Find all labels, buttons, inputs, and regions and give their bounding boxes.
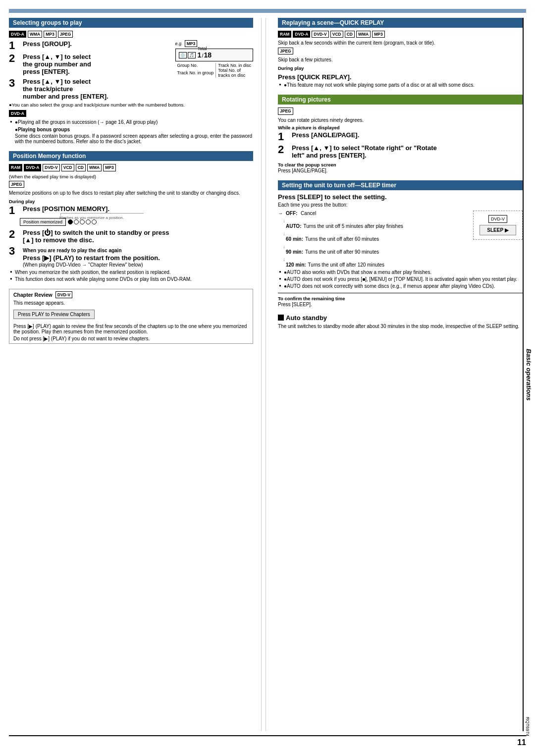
badge-mp3-2: MP3 — [103, 164, 115, 171]
min120-label: 120 min: — [286, 262, 306, 268]
dvdv-badge: DVD-V — [488, 215, 507, 223]
badge-vcd: VCD — [61, 164, 74, 171]
chapter-review-title: Chapter Review — [13, 292, 53, 298]
badge-jpeg: JPEG — [58, 31, 73, 38]
badge-wma-3: WMA — [356, 31, 371, 38]
badge-mp3: MP3 — [44, 31, 56, 38]
min60-label: 60 min: — [286, 236, 303, 242]
min120-desc: Turns the unit off after 120 minutes — [308, 262, 385, 268]
auto-standby-title-row: Auto standby — [278, 314, 523, 322]
page-number: 11 — [517, 738, 526, 747]
to-clear-desc: Press [ANGLE/PAGE]. — [278, 168, 523, 173]
page-footer: 11 — [9, 735, 526, 747]
to-confirm-block: To confirm the remaining time Press [SLE… — [278, 293, 523, 307]
quick-replay-section: Replaying a scene—QUICK REPLAY RAM DVD-A… — [278, 18, 523, 88]
selecting-groups-section: Selecting groups to play DVD-A WMA MP3 J… — [9, 18, 253, 144]
pm-step3-sub: (When playing DVD-Video → "Chapter Revie… — [23, 262, 143, 268]
dvda-section: DVD-A ●Playing all the groups in success… — [9, 110, 253, 144]
pm-bullet2: This function does not work while playin… — [15, 276, 253, 282]
top-bar — [9, 9, 526, 13]
sleep-instruction: Press [SLEEP] to select the setting. — [278, 193, 387, 201]
display-slash: / — [202, 53, 203, 58]
badge-mp3-3: MP3 — [372, 31, 384, 38]
chapter-review-desc1: Press [▶] (PLAY) again to review the fir… — [13, 324, 249, 334]
sleep-timer-section: Setting the unit to turn off—SLEEP timer… — [278, 180, 523, 307]
rotating-desc: You can rotate pictures ninety degrees. — [278, 117, 523, 123]
chapter-review-section: Chapter Review DVD-V This message appear… — [9, 289, 253, 344]
eg-mp3-badge: MP3 — [185, 40, 197, 47]
left-column: Selecting groups to play DVD-A WMA MP3 J… — [9, 18, 262, 731]
sleep-badge: SLEEP ▶ — [480, 225, 516, 235]
play-preview-button: Press PLAY to Preview Chapters — [13, 310, 95, 319]
position-memory-header: Position Memory function — [9, 151, 253, 161]
quick-replay-title: Press [QUICK REPLAY]. — [278, 73, 523, 81]
badge-ram-2: RAM — [278, 31, 291, 38]
off-desc: Cancel — [301, 211, 316, 216]
diagram-note: ┌───────────────────────────── Flashes a… — [59, 211, 144, 220]
badge-dvda-4: DVD-A — [293, 31, 310, 38]
dot-empty3 — [86, 219, 91, 224]
badge-cd: CD — [76, 164, 86, 171]
track-icon: 🎵 — [188, 52, 196, 58]
sleep-bullet2: ●AUTO does not work if you press [■], [M… — [284, 276, 523, 282]
badge-dvdv-2: DVD-V — [55, 291, 72, 298]
pm-step2: 2 Press [⏻] to switch the unit to standb… — [9, 229, 253, 244]
selecting-groups-badges: DVD-A WMA MP3 JPEG — [9, 31, 253, 38]
bonus-groups-heading: ●Playing bonus groups — [15, 127, 253, 132]
selecting-groups-header: Selecting groups to play — [9, 18, 253, 28]
quick-replay-during-play: During play — [278, 65, 523, 71]
badge-jpeg-2: JPEG — [9, 181, 24, 188]
to-clear-label: To clear the popup screen — [278, 162, 523, 167]
position-memory-section: Position Memory function RAM DVD-A DVD-V… — [9, 151, 253, 281]
dvda-bullet1: ●Playing all the groups in succession (→… — [15, 119, 253, 125]
dot-empty4 — [92, 219, 97, 224]
off-label: OFF: — [286, 211, 297, 216]
black-square-icon — [278, 315, 284, 321]
badge-wma2: WMA — [87, 164, 102, 171]
badge-jpeg-3: JPEG — [278, 48, 293, 54]
badge-cd-2: CD — [345, 31, 355, 38]
chapter-review-desc2: Do not press [▶] (PLAY) if you do not wa… — [13, 336, 249, 341]
badge-vcd-2: VCD — [330, 31, 343, 38]
position-memory-desc: Memorize positions on up to five discs t… — [9, 190, 253, 196]
badge-jpeg-4: JPEG — [278, 108, 293, 114]
quick-replay-desc: Skip back a few seconds within the curre… — [278, 40, 523, 46]
dot-empty1 — [74, 219, 79, 224]
column-divider — [266, 18, 266, 731]
badge-dvdv-3: DVD-V — [312, 31, 328, 38]
sleep-bullet3: ●AUTO does not work correctly with some … — [284, 283, 523, 289]
badge-dvda-3: DVD-A — [24, 164, 41, 171]
auto-desc: Turns the unit off 5 minutes after play … — [303, 223, 403, 229]
eg-display: e.g. MP3 💿 🎵 Total 1 — [175, 40, 253, 78]
arrow-right-icon: → — [278, 211, 283, 216]
badge-wma: WMA — [28, 31, 42, 38]
to-confirm-desc: Press [SLEEP]. — [278, 302, 523, 307]
during-play-label: During play — [9, 199, 253, 204]
while-displayed-label: While a picture is displayed — [278, 125, 523, 130]
sleep-bullet1: ●AUTO also works with DVDs that show a m… — [284, 270, 523, 275]
step-3: 3 Press [▲, ▼] to select the track/pictu… — [9, 78, 253, 100]
badge-dvda: DVD-A — [9, 31, 26, 38]
chapter-review-msg: This message appears. — [13, 300, 249, 306]
to-confirm-label: To confirm the remaining time — [278, 296, 523, 301]
min90-desc: Turns the unit off after 90 minutes — [305, 249, 379, 255]
min60-desc: Turns the unit off after 60 minutes — [305, 236, 379, 242]
to-clear-block: To clear the popup screen Press [ANGLE/P… — [278, 162, 523, 173]
rotating-pictures-header: Rotating pictures — [278, 95, 523, 105]
disc-icon: 💿 — [179, 52, 187, 58]
display-num2: 18 — [204, 51, 212, 59]
step-2: 2 Press [▲, ▼] to select the group numbe… — [9, 53, 170, 75]
min90-label: 90 min: — [286, 249, 303, 255]
quick-replay-badges: RAM DVD-A DVD-V VCD CD WMA MP3 — [278, 31, 523, 38]
quick-replay-note: ●This feature may not work while playing… — [284, 82, 523, 88]
sleep-sub-instruction: Each time you press the button: — [278, 202, 523, 208]
right-column: Replaying a scene—QUICK REPLAY RAM DVD-A… — [270, 18, 523, 731]
pm-bullet1: When you memorize the sixth position, th… — [15, 270, 253, 275]
display-num1: 1 — [198, 51, 202, 59]
display-table: Group No. Track No. in disc Track No. in… — [175, 63, 253, 78]
badge-dvdv: DVD-V — [43, 164, 59, 171]
bonus-groups-text: Some discs contain bonus groups. If a pa… — [15, 133, 253, 144]
position-diagram: Position memorized ┌────────────────────… — [20, 218, 253, 226]
when-elapsed-label: (When the elapsed play time is displayed… — [9, 174, 253, 179]
dvdv-sleep-box: DVD-V SLEEP ▶ — [473, 211, 523, 240]
